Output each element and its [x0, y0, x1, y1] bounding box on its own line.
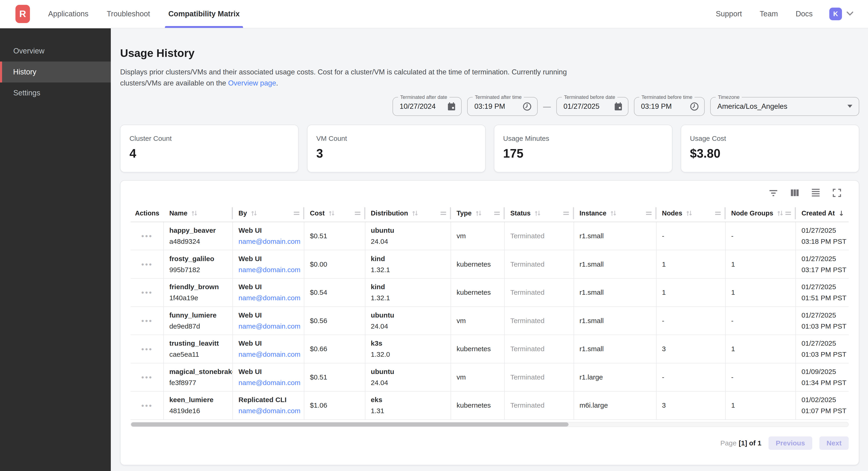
creator-email-link[interactable]: name@domain.com: [239, 292, 304, 303]
usage-history-page: R Applications Troubleshoot Compatibilit…: [0, 0, 868, 471]
column-header-type[interactable]: Type: [451, 205, 505, 222]
sort-arrows-icon[interactable]: [250, 210, 257, 217]
table-row: ●●● happy_beaver a48d9324 Web UI name@do…: [131, 222, 849, 251]
column-menu-icon[interactable]: [494, 211, 500, 216]
sort-arrows-icon[interactable]: [191, 210, 198, 217]
cell-created-at: 01/27/2025 01:51 PM PST: [796, 278, 849, 306]
filter-button[interactable]: [768, 188, 779, 198]
column-header-created-at[interactable]: Created At: [796, 205, 849, 222]
creator-email-link[interactable]: name@domain.com: [239, 264, 304, 275]
column-header-by[interactable]: By: [233, 205, 304, 222]
terminated-before-time-field[interactable]: Terminated before time 03:19 PM: [634, 97, 705, 116]
terminated-before-time-value: 03:19 PM: [641, 102, 672, 111]
node-groups-count: -: [731, 317, 796, 325]
row-actions-button[interactable]: ●●●: [139, 401, 155, 410]
terminated-after-time-field[interactable]: Terminated after time 03:19 PM: [467, 97, 537, 116]
next-page-button[interactable]: Next: [819, 436, 849, 450]
fullscreen-icon: [833, 189, 841, 197]
fullscreen-button[interactable]: [832, 187, 842, 198]
column-menu-icon[interactable]: [785, 211, 792, 216]
column-menu-icon[interactable]: [563, 211, 569, 216]
tab-troubleshoot[interactable]: Troubleshoot: [104, 0, 152, 28]
column-menu-icon[interactable]: [293, 211, 300, 216]
column-header-name[interactable]: Name: [164, 205, 233, 222]
creator-email-link[interactable]: name@domain.com: [239, 236, 304, 247]
row-actions-button[interactable]: ●●●: [139, 372, 155, 382]
column-label: Name: [169, 209, 187, 217]
column-header-cost[interactable]: Cost: [304, 205, 365, 222]
row-actions-button[interactable]: ●●●: [139, 231, 155, 241]
timezone-select[interactable]: Timezone America/Los_Angeles: [710, 97, 859, 116]
cell-type: kubernetes: [451, 391, 505, 419]
sidebar-item-overview[interactable]: Overview: [0, 40, 111, 61]
created-date: 01/27/2025: [801, 310, 849, 321]
sort-arrows-icon[interactable]: [777, 210, 784, 217]
created-by-source: Web UI: [239, 253, 304, 264]
table-toolbar: [131, 181, 849, 205]
terminated-after-date-field[interactable]: Terminated after date 10/27/2024: [393, 97, 462, 116]
creator-email-link[interactable]: name@domain.com: [239, 321, 304, 332]
cell-created-at: 01/27/2025 01:03 PM PST: [796, 307, 849, 335]
density-button[interactable]: [811, 187, 821, 198]
column-header-distribution[interactable]: Distribution: [365, 205, 451, 222]
description-suffix: .: [276, 79, 278, 87]
creator-email-link[interactable]: name@domain.com: [239, 349, 304, 360]
cell-distribution: ubuntu 24.04: [365, 307, 451, 335]
overview-page-link[interactable]: Overview page: [228, 79, 276, 87]
sort-arrows-icon[interactable]: [686, 210, 693, 217]
creator-email-link[interactable]: name@domain.com: [239, 377, 304, 388]
tab-applications[interactable]: Applications: [46, 0, 91, 28]
column-label: By: [239, 209, 247, 217]
previous-page-button[interactable]: Previous: [769, 436, 812, 450]
row-actions-button[interactable]: ●●●: [139, 260, 155, 269]
column-header-node-groups[interactable]: Node Groups: [726, 205, 796, 222]
sort-arrows-icon[interactable]: [534, 210, 541, 217]
row-actions-button[interactable]: ●●●: [139, 288, 155, 297]
sort-arrows-icon[interactable]: [610, 210, 617, 217]
sort-arrows-icon[interactable]: [411, 210, 418, 217]
type-value: vm: [457, 317, 504, 325]
creator-email-link[interactable]: name@domain.com: [239, 405, 304, 416]
nav-link-team[interactable]: Team: [760, 10, 778, 18]
row-actions-button[interactable]: ●●●: [139, 316, 155, 325]
cell-type: vm: [451, 222, 505, 250]
sort-arrows-icon[interactable]: [475, 210, 482, 217]
created-by-source: Replicated CLI: [239, 394, 304, 405]
horizontal-scrollbar[interactable]: [131, 422, 849, 427]
column-menu-icon[interactable]: [354, 211, 361, 216]
sort-desc-icon[interactable]: [838, 210, 845, 217]
nav-link-support[interactable]: Support: [716, 10, 742, 18]
column-menu-icon[interactable]: [646, 211, 652, 216]
node-groups-count: 1: [731, 289, 796, 296]
terminated-before-date-field[interactable]: Terminated before date 01/27/2025: [556, 97, 628, 116]
columns-button[interactable]: [789, 188, 800, 198]
stat-label: VM Count: [316, 135, 476, 142]
date-range-separator: —: [543, 102, 551, 111]
nav-link-docs[interactable]: Docs: [796, 10, 813, 18]
cluster-id: a48d9324: [169, 236, 232, 247]
sidebar-item-settings[interactable]: Settings: [0, 83, 111, 104]
sidebar-item-history[interactable]: History: [0, 61, 111, 83]
cell-status: Terminated: [505, 222, 574, 250]
cell-by: Web UI name@domain.com: [233, 222, 304, 250]
cost-value: $0.51: [310, 232, 365, 240]
scrollbar-thumb[interactable]: [131, 422, 568, 426]
nodes-count: -: [662, 232, 725, 240]
account-menu-button[interactable]: K: [829, 8, 854, 20]
sort-arrows-icon[interactable]: [328, 210, 335, 217]
column-menu-icon[interactable]: [440, 211, 447, 216]
column-menu-icon[interactable]: [715, 211, 721, 216]
column-header-status[interactable]: Status: [505, 205, 574, 222]
column-header-instance[interactable]: Instance: [574, 205, 656, 222]
tab-compatibility-matrix[interactable]: Compatibility Matrix: [166, 0, 242, 28]
table-row: ●●● funny_lumiere de9ed87d Web UI name@d…: [131, 307, 849, 335]
row-actions-button[interactable]: ●●●: [139, 344, 155, 354]
cell-type: kubernetes: [451, 250, 505, 278]
column-header-nodes[interactable]: Nodes: [656, 205, 726, 222]
cluster-id: 4819de16: [169, 405, 232, 416]
status-badge: Terminated: [510, 232, 574, 240]
distribution-name: eks: [371, 394, 451, 405]
instance-type: r1.small: [580, 345, 656, 353]
replicated-logo[interactable]: R: [16, 5, 30, 23]
cell-node-groups: 1: [726, 250, 796, 278]
